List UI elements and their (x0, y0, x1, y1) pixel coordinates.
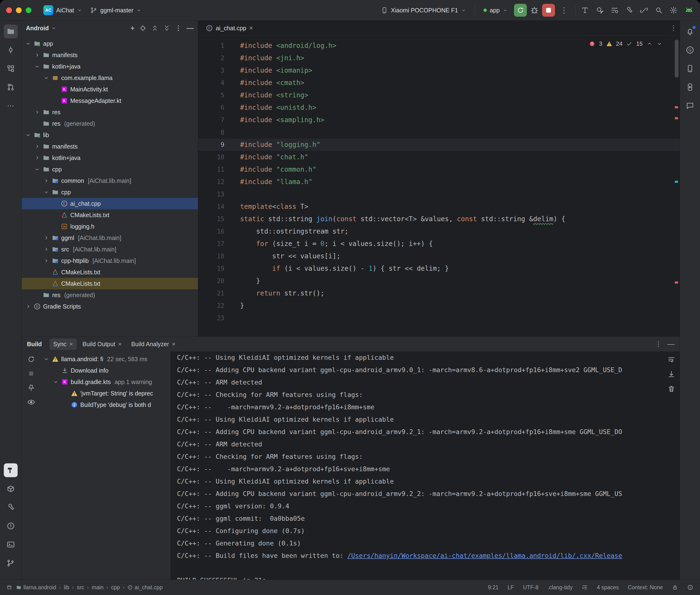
line-number[interactable]: 18 (198, 250, 234, 262)
close-window-button[interactable] (6, 7, 12, 13)
scroll-to-end-button[interactable] (667, 370, 675, 378)
terminal-tool-button[interactable] (4, 538, 18, 551)
code-line-7[interactable]: 7#include <sampling.h> (198, 114, 680, 126)
project-selector[interactable]: AC AiChat (40, 3, 85, 18)
project-tree-item-common[interactable]: common[AiChat.lib.main] (22, 175, 198, 187)
add-button[interactable]: + (130, 25, 135, 32)
line-number[interactable]: 16 (198, 225, 234, 237)
gemini-assistant-icon[interactable] (684, 5, 694, 15)
stop-sync-button[interactable] (27, 370, 35, 378)
pull-requests-tool-button[interactable] (4, 80, 18, 94)
error-stripe-mark[interactable] (675, 106, 678, 108)
code-line-3[interactable]: 3#include <iomanip> (198, 64, 680, 77)
device-selector[interactable]: Xiaomi POCOPHONE F1 (377, 4, 470, 16)
error-stripe-mark[interactable] (675, 281, 678, 284)
notifications-button[interactable] (683, 25, 697, 38)
close-tab-icon[interactable]: × (172, 341, 175, 347)
project-tool-button[interactable] (4, 25, 18, 38)
code-line-20[interactable]: 20 } (198, 275, 680, 287)
project-tree-item-lib[interactable]: lib (22, 129, 198, 141)
zoom-window-button[interactable] (26, 7, 31, 13)
code-line-2[interactable]: 2#include <jni.h> (198, 52, 680, 64)
refresh-sync-button[interactable] (27, 355, 35, 363)
editor-scrollbar-thumb[interactable] (675, 39, 678, 78)
tree-chevron-icon[interactable] (43, 189, 49, 195)
running-devices-tool-button[interactable] (683, 80, 697, 94)
logcat-filter-icon[interactable] (611, 6, 619, 14)
tree-chevron-icon[interactable] (53, 379, 59, 385)
tree-chevron-icon[interactable] (34, 143, 40, 149)
line-number[interactable]: 5 (198, 89, 234, 102)
build-output-path-link[interactable]: /Users/hanyin/Workspace/ai-chat/examples… (347, 552, 622, 559)
line-number[interactable]: 9 (198, 139, 234, 151)
caret-position[interactable]: 9:21 (488, 584, 499, 591)
code-line-9[interactable]: 9#include "logging.h" (198, 139, 680, 151)
version-control-tool-button[interactable] (4, 556, 18, 570)
tree-chevron-icon[interactable] (43, 75, 49, 81)
search-everywhere-button[interactable] (655, 6, 663, 14)
indent-size[interactable]: 4 spaces (597, 584, 619, 591)
build-tree-item-buildtype-debug-is-both-d[interactable]: BuildType 'debug' is both d (41, 399, 171, 410)
text-actions-icon[interactable] (581, 6, 589, 14)
line-number[interactable]: 8 (198, 126, 234, 139)
tree-chevron-icon[interactable] (25, 303, 31, 310)
line-number[interactable]: 4 (198, 77, 234, 89)
code-line-16[interactable]: 16 std::ostringstream str; (198, 225, 680, 237)
search-actions-icon[interactable] (596, 6, 604, 14)
line-number[interactable]: 2 (198, 52, 234, 64)
project-tree-item-app[interactable]: app (22, 38, 198, 49)
info-stripe-mark[interactable] (675, 181, 678, 183)
project-tree-item-res[interactable]: res(generated) (22, 118, 198, 129)
collapse-all-button[interactable] (163, 25, 170, 32)
line-number[interactable]: 17 (198, 237, 234, 250)
tree-chevron-icon[interactable] (43, 235, 49, 241)
tree-chevron-icon[interactable] (34, 63, 40, 69)
project-tree-item-cpp-httplib[interactable]: cpp-httplib[AiChat.lib.main] (22, 255, 198, 266)
gradle-tool-button[interactable]: G (683, 43, 697, 57)
project-tree-item-mainactivity-kt[interactable]: KMainActivity.kt (22, 84, 198, 95)
tree-chevron-icon[interactable] (34, 155, 40, 161)
previous-highlight-button[interactable] (646, 41, 653, 47)
more-tool-windows-button[interactable]: ⋯ (4, 99, 18, 113)
editor-options-button[interactable]: ⋮ (670, 25, 677, 31)
build-tools-icon[interactable] (625, 6, 633, 14)
close-tab-icon[interactable]: × (69, 341, 73, 347)
pin-tab-button[interactable] (27, 384, 35, 392)
project-tree-item-cmakelists-txt[interactable]: CMakeLists.txt (22, 278, 198, 289)
build-tree-item-jvmtarget-string-is-deprec[interactable]: 'jvmTarget: String' is deprec (41, 388, 171, 399)
commit-tool-button[interactable] (4, 43, 18, 57)
breadcrumb-lib[interactable]: lib (64, 584, 69, 591)
app-insights-tool-button[interactable] (683, 99, 697, 113)
build-tab-sync[interactable]: Sync× (50, 339, 77, 350)
code-line-17[interactable]: 17 for (size_t i = 0; i < values.size();… (198, 237, 680, 250)
select-opened-file-button[interactable] (139, 25, 146, 32)
code-line-19[interactable]: 19 if (i < values.size() - 1) { str << d… (198, 262, 680, 275)
project-tree-item-cmakelists-txt[interactable]: CMakeLists.txt (22, 209, 198, 221)
project-tree-item-manifests[interactable]: manifests (22, 141, 198, 152)
structure-tool-button[interactable] (4, 62, 18, 76)
line-separator[interactable]: LF (508, 584, 514, 591)
code-line-8[interactable]: 8 (198, 126, 680, 139)
code-area[interactable]: 3 24 15 1#include <android/log.h>2#inclu… (198, 36, 680, 336)
breadcrumb-cpp[interactable]: cpp (111, 584, 120, 591)
next-highlight-button[interactable] (656, 41, 663, 47)
device-explorer-tool-button[interactable] (683, 62, 697, 76)
settings-button[interactable] (670, 6, 678, 14)
breadcrumb-llama-android[interactable]: llama.android (16, 584, 56, 591)
line-number[interactable]: 3 (198, 64, 234, 77)
project-view-title[interactable]: Android (26, 25, 49, 32)
close-tab-icon[interactable]: × (118, 341, 122, 347)
project-tree-item-kotlin-java[interactable]: kotlin+java (22, 61, 198, 72)
readonly-lock-icon[interactable] (672, 584, 678, 591)
code-line-10[interactable]: 10#include "chat.h" (198, 151, 680, 163)
line-number[interactable]: 11 (198, 163, 234, 176)
file-encoding[interactable]: UTF-8 (523, 584, 538, 591)
project-tree-item-kotlin-java[interactable]: kotlin+java (22, 152, 198, 164)
line-number[interactable]: 22 (198, 300, 234, 312)
build-tab-build-output[interactable]: Build Output× (79, 339, 125, 350)
code-line-13[interactable]: 13 (198, 188, 680, 200)
stop-button[interactable] (542, 4, 555, 17)
tree-chevron-icon[interactable] (25, 132, 31, 138)
code-line-5[interactable]: 5#include <string> (198, 89, 680, 102)
line-number[interactable]: 21 (198, 287, 234, 300)
